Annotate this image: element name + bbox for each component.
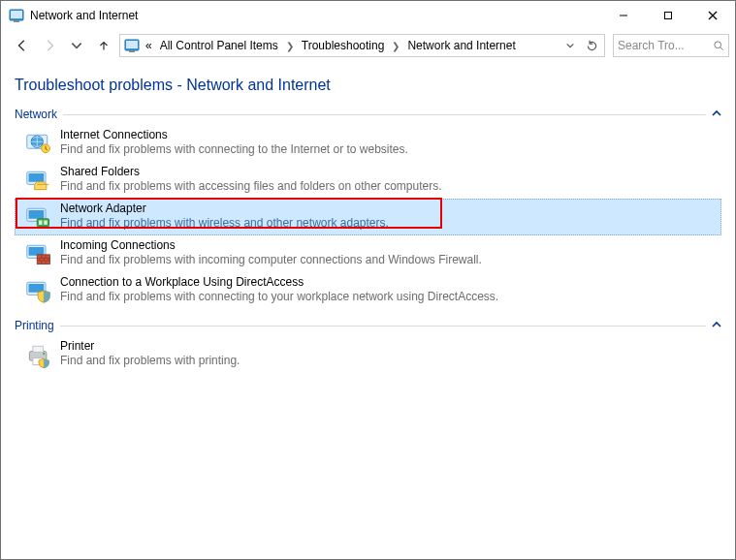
search-placeholder: Search Tro... [618,39,713,52]
chevron-right-icon[interactable]: ❯ [284,41,296,51]
item-title: Network Adapter [60,202,389,216]
item-description: Find and fix problems with incoming comp… [60,253,482,267]
svg-rect-18 [29,210,45,219]
svg-line-11 [720,47,723,50]
breadcrumb-item[interactable]: All Control Panel Items [158,39,280,52]
svg-rect-2 [14,20,19,22]
troubleshoot-item-internet-connections[interactable]: Internet Connections Find and fix proble… [15,125,721,162]
search-icon [713,40,724,51]
address-dropdown-button[interactable] [560,35,581,56]
troubleshoot-item-incoming-connections[interactable]: Incoming Connections Find and fix proble… [15,235,721,272]
item-description: Find and fix problems with connecting to… [60,290,498,304]
maximize-button[interactable] [646,1,690,30]
svg-point-30 [43,353,45,355]
collapse-icon[interactable] [712,319,721,332]
breadcrumb-item[interactable]: Troubleshooting [300,39,387,52]
collapse-icon[interactable] [712,108,721,121]
section-title: Network [15,108,57,121]
item-description: Find and fix problems with wireless and … [60,216,389,231]
item-description: Find and fix problems with printing. [60,354,240,368]
content-area: Troubleshoot problems - Network and Inte… [1,61,735,559]
breadcrumb-item[interactable]: Network and Internet [405,39,517,52]
address-bar[interactable]: « All Control Panel Items ❯ Troubleshoot… [119,34,605,57]
chevron-right-icon[interactable]: ❯ [390,41,401,51]
directaccess-icon [25,277,52,304]
control-panel-icon [124,38,140,53]
svg-point-10 [715,42,721,48]
item-description: Find and fix problems with accessing fil… [60,179,442,194]
firewall-icon [25,240,52,267]
item-title: Incoming Connections [60,238,482,253]
nav-row: « All Control Panel Items ❯ Troubleshoot… [1,30,735,61]
troubleshoot-item-printer[interactable]: Printer Find and fix problems with print… [15,336,721,373]
breadcrumb-prefix: « [144,39,154,52]
close-button[interactable] [690,1,735,30]
minimize-button[interactable] [601,1,646,30]
troubleshoot-item-shared-folders[interactable]: Shared Folders Find and fix problems wit… [15,162,721,199]
svg-rect-16 [29,173,45,182]
svg-rect-8 [126,41,138,48]
divider [63,114,706,115]
recent-locations-button[interactable] [65,34,88,57]
item-title: Printer [60,339,240,354]
item-description: Find and fix problems with connecting to… [60,142,408,157]
section-header-printing[interactable]: Printing [15,319,721,332]
globe-icon [25,130,52,157]
svg-rect-20 [39,221,43,225]
section-items-printing: Printer Find and fix problems with print… [15,336,721,373]
item-title: Shared Folders [60,165,442,179]
section-title: Printing [15,319,54,332]
shared-folder-icon [25,167,52,194]
printer-icon [25,341,52,368]
item-title: Internet Connections [60,128,408,142]
svg-rect-1 [11,11,22,18]
window-controls [601,1,735,30]
divider [60,326,706,327]
control-panel-icon [9,8,24,23]
svg-rect-28 [33,346,44,352]
up-button[interactable] [92,34,115,57]
svg-rect-9 [129,50,135,52]
page-title: Troubleshoot problems - Network and Inte… [15,77,721,94]
forward-button[interactable] [38,34,61,57]
item-title: Connection to a Workplace Using DirectAc… [60,275,498,290]
titlebar: Network and Internet [1,1,735,30]
window: Network and Internet [0,0,736,560]
troubleshoot-item-directaccess[interactable]: Connection to a Workplace Using DirectAc… [15,272,721,309]
svg-rect-4 [665,13,672,19]
refresh-button[interactable] [581,35,602,56]
window-title: Network and Internet [30,9,138,22]
section-items-network: Internet Connections Find and fix proble… [15,125,721,309]
back-button[interactable] [11,34,34,57]
search-input[interactable]: Search Tro... [613,34,729,57]
svg-rect-21 [44,221,48,225]
network-adapter-icon [25,203,52,231]
section-header-network[interactable]: Network [15,108,721,121]
troubleshoot-item-network-adapter[interactable]: Network Adapter Find and fix problems wi… [15,199,721,235]
